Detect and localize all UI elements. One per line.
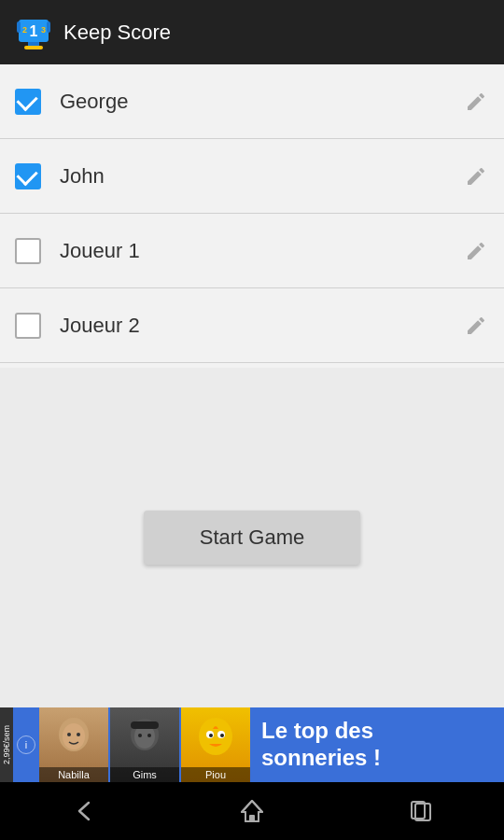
ad-text-line2: sonneries ! <box>261 745 493 772</box>
ad-thumb-gims: Gims <box>110 707 179 782</box>
player-checkbox-3[interactable] <box>15 313 41 339</box>
svg-text:1: 1 <box>30 23 38 39</box>
svg-point-19 <box>147 734 151 737</box>
svg-rect-26 <box>249 815 255 821</box>
player-name-2: Joueur 1 <box>60 239 463 263</box>
edit-icon-1[interactable] <box>463 163 489 189</box>
svg-rect-3 <box>47 21 50 33</box>
player-checkbox-2[interactable] <box>15 238 41 264</box>
nav-recents-button[interactable] <box>383 788 457 834</box>
player-name-1: John <box>60 164 463 189</box>
edit-icon-2[interactable] <box>463 238 489 264</box>
svg-point-15 <box>77 733 80 736</box>
gims-label: Gims <box>110 767 179 782</box>
player-name-0: George <box>60 90 463 114</box>
player-row-george[interactable]: George <box>0 64 504 139</box>
piou-label: Piou <box>181 767 250 782</box>
svg-point-25 <box>220 734 224 737</box>
svg-point-18 <box>138 734 142 737</box>
nav-back-button[interactable] <box>47 788 121 834</box>
app-icon: 1 2 3 <box>15 14 52 51</box>
ad-text-line1: Le top des <box>261 718 493 745</box>
svg-text:2: 2 <box>22 25 27 35</box>
player-name-3: Joueur 2 <box>60 314 463 338</box>
svg-point-24 <box>209 734 213 737</box>
ad-banner[interactable]: 2,99€/sem i Nabilla <box>0 707 504 782</box>
edit-icon-0[interactable] <box>463 89 489 115</box>
svg-rect-2 <box>17 21 21 33</box>
nav-bar <box>0 782 504 840</box>
svg-point-14 <box>67 733 71 736</box>
ad-thumb-piou: Piou <box>181 707 250 782</box>
nabilla-label: Nabilla <box>39 767 108 782</box>
player-row-john[interactable]: John <box>0 139 504 214</box>
svg-rect-5 <box>24 46 43 49</box>
player-list: George John Joueur 1 Joueur 2 Joueur 3 P… <box>0 64 504 368</box>
svg-text:3: 3 <box>41 25 46 35</box>
gims-face <box>110 711 179 767</box>
svg-point-21 <box>199 718 232 755</box>
app-header: 1 2 3 Keep Score <box>0 0 504 64</box>
ad-info-icon[interactable]: i <box>17 735 35 754</box>
nav-home-button[interactable] <box>215 788 289 834</box>
player-checkbox-1[interactable] <box>15 163 41 189</box>
svg-rect-4 <box>28 42 39 46</box>
player-row-joueur-1[interactable]: Joueur 1 <box>0 214 504 288</box>
ad-thumb-nabilla: Nabilla <box>39 707 108 782</box>
app-title: Keep Score <box>63 21 171 45</box>
button-area: Start Game <box>0 368 504 708</box>
ad-price: 2,99€/sem <box>0 707 13 782</box>
svg-rect-20 <box>131 721 159 729</box>
player-row-joueur-2[interactable]: Joueur 2 <box>0 288 504 363</box>
nabilla-face <box>39 711 108 767</box>
start-game-button[interactable]: Start Game <box>144 511 360 565</box>
svg-point-13 <box>63 723 85 749</box>
piou-face <box>181 711 250 767</box>
ad-text: Le top des sonneries ! <box>250 718 504 772</box>
edit-icon-3[interactable] <box>463 313 489 339</box>
player-checkbox-0[interactable] <box>15 89 41 115</box>
ad-thumbnails: Nabilla Gims <box>39 707 250 782</box>
